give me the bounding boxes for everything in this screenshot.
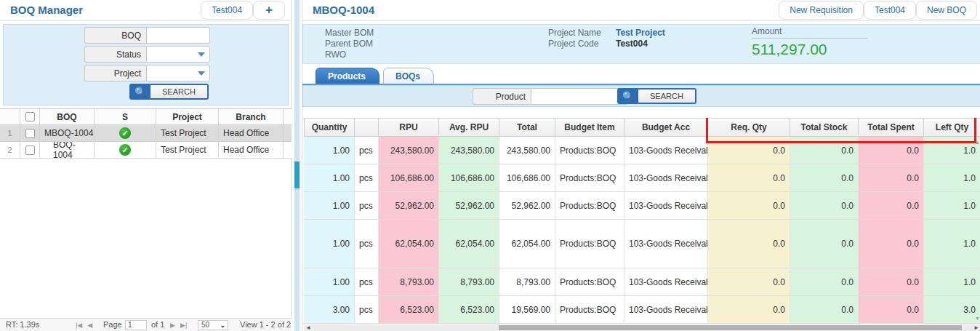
scroll-up-icon[interactable]: ▲ [975,140,980,145]
products-table-row[interactable]: 1.00pcs62,054.0062,054.0062,054.00Produc… [304,220,980,268]
boq-manager-panel: BOQ Manager Test004 + BOQ Status Project… [0,0,292,331]
new-boq-button[interactable]: New BOQ [916,1,977,20]
products-table-body: 1.00pcs243,580.00243,580.00243,580.00Pro… [304,137,980,324]
cell-req_qty: 0.0 [708,137,790,164]
cell-avg_rpu: 6,523.00 [439,296,499,323]
boq-code-cell[interactable]: BOQ-1004 [40,142,95,158]
select-all-checkbox-cell [20,109,40,124]
page-size-select[interactable]: 50 ⌄ [198,320,228,330]
cell-total: 52,962.00 [499,192,555,219]
detail-tabs: Products BOQs [316,68,438,84]
cell-left_qty: 1.0 [924,220,980,268]
detail-header: MBOQ-1004 New Requisition Test004 New BO… [302,0,980,21]
col-header-unit[interactable] [355,118,379,137]
products-table-row[interactable]: 1.00pcs8,793.008,793.008,793.00Products:… [304,268,980,296]
col-header-total[interactable]: Total [499,118,555,137]
cell-budget_item: Products:BOQ [555,296,624,323]
boq-list-row[interactable]: 1MBOQ-1004✓Test ProjectHead Office [0,125,292,142]
page-number-input[interactable]: 1 [125,320,147,330]
col-header-boq[interactable]: BOQ [40,109,95,124]
project-filter-select[interactable] [146,65,210,81]
status-filter-select[interactable] [146,46,210,63]
scroll-right-icon[interactable]: ► [973,324,979,331]
chevron-down-icon: ⌄ [220,322,225,329]
horizontal-scrollbar-thumb[interactable] [499,325,962,330]
product-search-button[interactable]: 🔍 SEARCH [617,88,696,104]
col-header-req_qty[interactable]: Req. Qty [708,118,790,137]
boq-code-cell[interactable]: MBOQ-1004 [40,125,95,141]
cell-budget_item: Products:BOQ [555,268,624,295]
cell-rpu: 6,523.00 [379,296,439,323]
test004-button[interactable]: Test004 [201,1,253,20]
cell-total: 106,686.00 [499,164,555,191]
row-number: 1 [0,125,20,141]
cell-quantity: 1.00 [304,192,355,219]
cell-avg_rpu: 8,793.00 [439,268,499,295]
view-range-label: View 1 - 2 of 2 [240,320,291,329]
products-table-row[interactable]: 1.00pcs52,962.0052,962.0052,962.00Produc… [304,192,980,220]
products-table-header: QuantityRPUAvg. RPUTotalBudget ItemBudge… [304,118,980,137]
next-page-icon[interactable]: ▶ [169,322,177,329]
new-requisition-button[interactable]: New Requisition [779,1,864,20]
scroll-down-icon[interactable]: ▼ [975,316,980,321]
cell-total: 62,054.00 [499,220,555,268]
cell-rpu: 52,962.00 [379,192,439,219]
product-filter-input[interactable] [531,88,629,105]
boq-filter-input[interactable] [146,27,210,44]
test004-button[interactable]: Test004 [864,1,916,20]
col-header-project[interactable]: Project [156,109,219,124]
col-header-rpu[interactable]: RPU [379,118,439,137]
products-table-row[interactable]: 1.00pcs243,580.00243,580.00243,580.00Pro… [304,137,980,164]
cell-total_spent: 0.0 [859,296,924,323]
vertical-scrollbar-thumb[interactable] [294,161,300,188]
row-checkbox[interactable] [25,145,35,155]
boq-list-row[interactable]: 2BOQ-1004✓Test ProjectHead Office [0,142,292,159]
cell-total_spent: 0.0 [859,192,924,219]
boq-list-table: BOQ S Project Branch 1MBOQ-1004✓Test Pro… [0,108,292,159]
col-header-left_qty[interactable]: Left Qty [924,118,980,137]
products-table-row[interactable]: 3.00pcs6,523.006,523.0019,569.00Products… [304,296,980,324]
header-button-group: Test004 + [201,1,285,20]
select-all-checkbox[interactable] [25,112,35,121]
add-boq-button[interactable]: + [253,1,285,20]
col-header-total_spent[interactable]: Total Spent [859,118,924,137]
cell-req_qty: 0.0 [708,192,790,219]
amount-value: 511,297.00 [752,41,868,58]
last-page-icon[interactable]: ▶| [179,322,188,329]
cell-rpu: 243,580.00 [379,137,439,164]
cell-quantity: 1.00 [304,220,355,268]
status-cell: ✓ [95,142,156,158]
col-header-total_stock[interactable]: Total Stock [790,118,859,137]
cell-left_qty: 1.0 [924,192,980,219]
product-search-button-label: SEARCH [638,89,695,103]
col-header-branch[interactable]: Branch [219,109,284,124]
cell-total: 19,569.00 [499,296,555,323]
cell-left_qty: 3.0 [924,296,980,323]
tab-boqs[interactable]: BOQs [383,68,434,84]
chevron-down-icon [198,52,205,57]
horizontal-scrollbar-track[interactable]: ◄ ► [304,324,980,331]
prev-page-icon[interactable]: ◀ [86,322,94,329]
col-header-quantity[interactable]: Quantity [304,118,355,137]
chevron-down-icon [198,71,205,76]
scroll-left-icon[interactable]: ◄ [305,324,311,331]
row-checkbox-cell [20,142,40,158]
col-header-budget_item[interactable]: Budget Item [555,118,624,137]
col-header-budget_acc[interactable]: Budget Acc [624,118,708,137]
first-page-icon[interactable]: |◀ [74,322,84,329]
detail-title: MBOQ-1004 [313,4,374,16]
col-header-avg_rpu[interactable]: Avg. RPU [439,118,499,137]
products-table-row[interactable]: 1.00pcs106,686.00106,686.00106,686.00Pro… [304,164,980,192]
tab-products[interactable]: Products [316,68,379,84]
cell-unit: pcs [355,192,379,219]
response-time-label: RT: 1.39s [6,320,39,329]
boq-detail-panel: MBOQ-1004 New Requisition Test004 New BO… [302,0,980,331]
cell-total_spent: 0.0 [859,220,924,268]
rwo-label: RWO [325,49,374,60]
project-name-label: Project Name [548,28,601,39]
boq-manager-header: BOQ Manager Test004 + [0,0,291,21]
col-header-status[interactable]: S [95,109,156,124]
cell-total_spent: 0.0 [859,164,924,191]
row-checkbox[interactable] [25,129,35,138]
search-button[interactable]: 🔍 SEARCH [129,84,209,100]
